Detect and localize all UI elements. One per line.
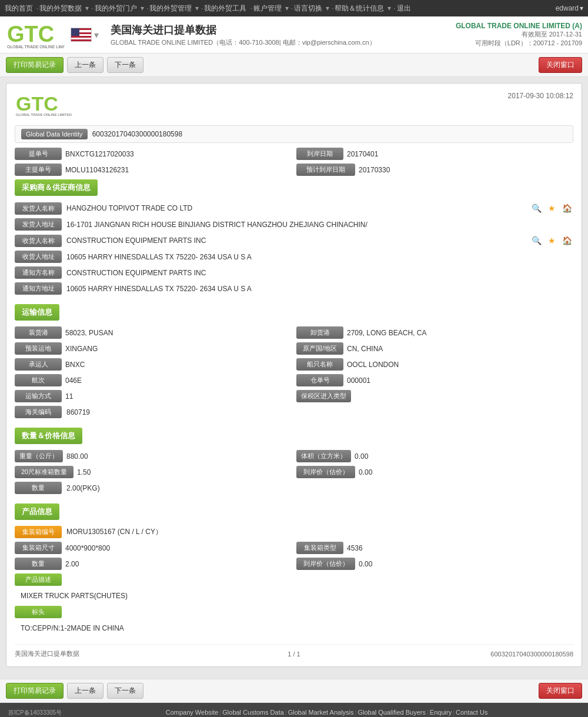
footer-link-company[interactable]: Company Website <box>166 709 219 716</box>
vessel-label: 船只名称 <box>296 358 343 371</box>
carrier-vessel-row: 承运人 BNXC 船只名称 OOCL LONDON <box>15 358 573 371</box>
marks-value: TO:CEPP/N:1-2MADE IN CHINA <box>15 622 573 635</box>
quantity-row: 数量 2.00(PKG) <box>15 482 573 494</box>
gdi-label: Global Data Identity <box>21 129 88 139</box>
nav-help[interactable]: 帮助＆统计信息 <box>335 4 384 14</box>
footer-link-customs[interactable]: Global Customs Data <box>222 709 284 716</box>
nav-logout[interactable]: 退出 <box>397 4 411 14</box>
bill-no-value: BNXCTG1217020033 <box>65 150 292 158</box>
transport-section: 运输信息 装货港 58023, PUSAN 卸货港 2709, LONG BEA… <box>15 304 573 418</box>
master-bill-value: MOLU11043126231 <box>65 166 292 174</box>
consignee-addr-row: 收货人地址 10605 HARRY HINESDALLAS TX 75220- … <box>15 251 573 263</box>
close-button-bottom[interactable]: 关闭窗口 <box>539 683 582 699</box>
arrival-price-label: 到岸价（估价） <box>296 466 355 478</box>
star-icon[interactable]: ★ <box>545 202 558 215</box>
hs-code-label: 海关编码 <box>15 406 62 418</box>
loading-country-row: 预装运地 XINGANG 原产国/地区 CN, CHINA <box>15 342 573 355</box>
footer-link-market[interactable]: Global Market Analysis <box>288 709 354 716</box>
next-button[interactable]: 下一条 <box>107 57 143 73</box>
gdi-row: Global Data Identity 6003201704030000018… <box>15 125 573 143</box>
header-right: GLOBAL TRADE ONLINE LIMITED (A) 有效期至 201… <box>456 22 582 48</box>
user-label: edward <box>556 4 579 12</box>
container-type-value: 4536 <box>347 544 573 552</box>
prev-button[interactable]: 上一条 <box>67 57 103 73</box>
estimated-arrival-value: 20170330 <box>359 166 573 174</box>
arrival-date-value: 20170401 <box>347 150 573 158</box>
search-icon[interactable]: 🔍 <box>530 202 543 215</box>
nav-manage[interactable]: 我的外贸管理 <box>149 4 192 14</box>
hs-code-row: 海关编码 860719 <box>15 406 573 418</box>
product-section: 产品信息 集装箱编号 MORU1305167 (CN / L / CY） 集装箱… <box>15 503 573 635</box>
origin-country-value: CN, CHINA <box>347 345 573 353</box>
prod-qty-price-row: 数量 2.00 到岸价（估价） 0.00 <box>15 558 573 570</box>
notify-addr-value: 10605 HARRY HINESDALLAS TX 75220- 2634 U… <box>66 285 573 293</box>
top-navigation: 我的首页 · 我的外贸数据 ▾ · 我的外贸门户 ▾ · 我的外贸管理 ▾ · … <box>0 0 588 16</box>
validity-date: 有效期至 2017-12-31 <box>456 30 582 39</box>
voyage-bill-row: 航次 046E 仓单号 000001 <box>15 374 573 386</box>
prev-button-bottom[interactable]: 上一条 <box>67 683 103 699</box>
nav-account[interactable]: 账户管理 <box>253 4 282 14</box>
carrier-value: BNXC <box>65 361 292 369</box>
footer-link-enquiry[interactable]: Enquiry <box>430 709 452 716</box>
port-row: 装货港 58023, PUSAN 卸货港 2709, LONG BEACH, C… <box>15 326 573 339</box>
container-size-label: 集装箱尺寸 <box>15 542 62 554</box>
page-footer: 苏ICP备14033305号 Company Website | Global … <box>0 703 588 717</box>
estimated-arrival-label: 预计到岸日期 <box>296 164 355 176</box>
record-card: GTC GLOBAL TRADE ONLINE LIMITED 2017-09-… <box>6 83 582 667</box>
prod-quantity-value: 2.00 <box>65 560 292 568</box>
nav-lang[interactable]: 语言切换 <box>294 4 322 14</box>
shipper-addr-value: 16-1701 JIANGNAN RICH HOUSE BINJIANG DIS… <box>66 221 573 229</box>
transport-mode-value: 11 <box>65 392 292 401</box>
notify-addr-label: 通知方地址 <box>15 282 62 295</box>
container-no-value: MORU1305167 (CN / L / CY） <box>66 527 573 537</box>
prod-quantity-label: 数量 <box>15 558 62 570</box>
master-bill-label: 主提单号 <box>15 164 62 176</box>
product-title: 产品信息 <box>15 503 59 520</box>
loading-place-label: 预装运地 <box>15 342 62 355</box>
print-button[interactable]: 打印简易记录 <box>6 57 64 73</box>
header-title-area: 美国海关进口提单数据 GLOBAL TRADE ONLINE LIMITED（电… <box>111 23 376 47</box>
shipper-name-label: 发货人名称 <box>15 202 62 215</box>
search-icon[interactable]: 🔍 <box>530 234 543 247</box>
top-toolbar: 打印简易记录 上一条 下一条 关闭窗口 <box>0 54 588 77</box>
dest-port-label: 卸货港 <box>296 326 343 339</box>
consignee-name-value: CONSTRUCTION EQUIPMENT PARTS INC <box>66 236 525 245</box>
origin-country-label: 原产国/地区 <box>296 342 343 355</box>
quantity-price-section: 数量＆价格信息 重量（公斤） 880.00 体积（立方米） 0.00 20尺标准… <box>15 428 573 494</box>
bill-no-label: 提单号 <box>15 148 62 160</box>
footer-link-buyers[interactable]: Global Qualified Buyers <box>358 709 426 716</box>
container-no-label: 集装箱编号 <box>15 526 62 538</box>
prod-arrival-price-label: 到岸价（估价） <box>296 558 355 570</box>
product-desc-label: 产品描述 <box>15 573 62 586</box>
flag-area[interactable]: ▾ <box>71 28 99 42</box>
record-timestamp: 2017-09-30 10:08:12 <box>508 92 573 100</box>
footer-link-contact[interactable]: Contact Us <box>456 709 487 716</box>
arrival-price-value: 0.00 <box>359 468 573 476</box>
svg-text:GTC: GTC <box>16 92 58 115</box>
flag-dropdown-icon[interactable]: ▾ <box>94 29 99 41</box>
ldr-info: 可用时段（LDR）：200712 - 201709 <box>456 39 582 48</box>
quantity-price-title: 数量＆价格信息 <box>15 428 82 444</box>
home-icon[interactable]: 🏠 <box>560 202 573 215</box>
buyer-supplier-section: 采购商＆供应商信息 发货人名称 HANGZHOU TOPIVOT TRADE C… <box>15 179 573 295</box>
product-desc-value: MIXER TRUCK PARTS(CHUTES) <box>15 589 573 602</box>
ftz-label: 保税区进入类型 <box>296 390 351 402</box>
next-button-bottom[interactable]: 下一条 <box>107 683 143 699</box>
shipper-name-icons: 🔍 ★ 🏠 <box>530 202 573 215</box>
header-contact: GLOBAL TRADE ONLINE LIMITED（电话：400-710-3… <box>111 38 376 47</box>
origin-port-label: 装货港 <box>15 326 62 339</box>
star-icon[interactable]: ★ <box>545 234 558 247</box>
nav-home[interactable]: 我的首页 <box>5 4 33 14</box>
nav-data[interactable]: 我的外贸数据 <box>39 4 82 14</box>
prod-arrival-price-value: 0.00 <box>359 560 573 568</box>
gdi-value: 60032017040300000180598 <box>92 130 183 138</box>
record-header: GTC GLOBAL TRADE ONLINE LIMITED 2017-09-… <box>15 92 573 118</box>
close-button[interactable]: 关闭窗口 <box>539 57 582 73</box>
volume-value: 0.00 <box>355 452 573 461</box>
home-icon[interactable]: 🏠 <box>560 234 573 247</box>
print-button-bottom[interactable]: 打印简易记录 <box>6 683 64 699</box>
weight-label: 重量（公斤） <box>15 450 63 462</box>
nav-portal[interactable]: 我的外贸门户 <box>95 4 137 14</box>
svg-text:GTC: GTC <box>7 22 54 46</box>
nav-tools[interactable]: 我的外贸工具 <box>204 4 246 14</box>
